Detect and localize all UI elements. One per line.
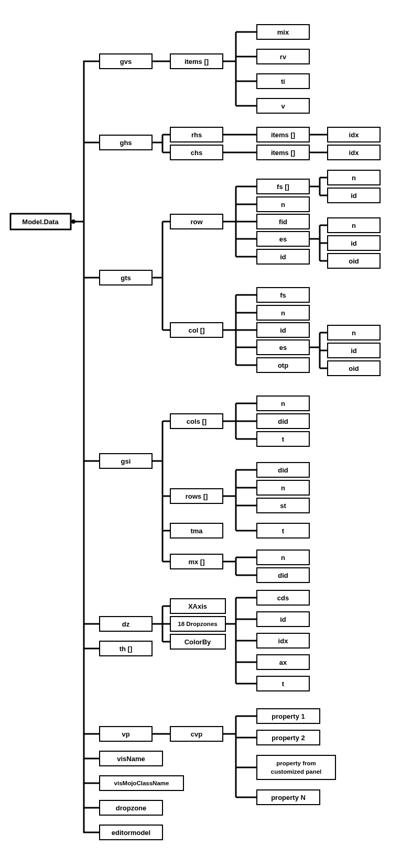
node-ax-label: ax xyxy=(279,658,287,666)
node-cds-label: cds xyxy=(277,594,289,602)
node-col-es-oid-label: oid xyxy=(349,365,359,372)
node-row-id-label: id xyxy=(280,253,286,261)
node-col-es-id-label: id xyxy=(351,347,357,355)
node-gvs-label: gvs xyxy=(120,58,132,65)
node-dropzone-label: dropzone xyxy=(116,804,147,812)
node-v-label: v xyxy=(281,102,285,110)
node-col-n-label: n xyxy=(281,309,285,317)
node-editormodel-label: editormodel xyxy=(112,829,150,837)
node-mx-n-label: n xyxy=(281,554,285,562)
node-col-fs-label: fs xyxy=(280,291,286,299)
node-mix-label: mix xyxy=(277,28,289,36)
node-mx-label: mx [] xyxy=(188,558,204,566)
node-dz-idx-label: idx xyxy=(278,637,289,645)
diagram-canvas: Model.Data gvs items [] mix rv ti v ghs … xyxy=(5,5,412,868)
node-row-fs-label: fs [] xyxy=(277,183,289,191)
node-col-es-n-label: n xyxy=(352,329,356,337)
node-cols-did-label: did xyxy=(278,417,288,425)
node-cols-t-label: t xyxy=(282,435,285,443)
node-xaxis-label: XAxis xyxy=(188,602,207,610)
node-rows-t-label: t xyxy=(282,527,285,535)
node-dz-t-label: t xyxy=(282,680,285,688)
node-rhs-items-label: items [] xyxy=(271,131,295,139)
node-row-fs-n-label: n xyxy=(352,174,356,182)
node-prop2-label: property 2 xyxy=(272,734,305,742)
node-rows-n-label: n xyxy=(281,484,285,492)
node-rows-st-label: st xyxy=(280,502,286,510)
node-prop1-label: property 1 xyxy=(272,712,305,720)
node-dz-id-label: id xyxy=(280,616,286,623)
node-tma-label: tma xyxy=(190,527,203,535)
node-row-es-n-label: n xyxy=(352,222,356,229)
node-gvs-items-label: items [] xyxy=(185,58,209,65)
node-ti-label: ti xyxy=(281,78,285,85)
node-18dz-label: 18 Dropzones xyxy=(178,621,217,627)
node-row-es-label: es xyxy=(279,235,287,243)
node-col-es-label: es xyxy=(279,344,287,351)
nodes: Model.Data gvs items [] mix rv ti v ghs … xyxy=(10,25,380,840)
node-gsi-label: gsi xyxy=(121,457,131,465)
node-prop-custom xyxy=(257,755,335,779)
node-cvp-label: cvp xyxy=(191,730,202,738)
node-rhs-label: rhs xyxy=(191,131,202,139)
node-chs-label: chs xyxy=(191,149,202,157)
node-row-label: row xyxy=(190,218,203,226)
node-chs-items-label: items [] xyxy=(271,149,295,157)
node-vismojo-label: visMojoClassName xyxy=(114,780,169,786)
node-gts-label: gts xyxy=(121,274,131,282)
node-rows-did-label: did xyxy=(278,466,288,474)
node-root-label: Model.Data xyxy=(22,218,59,226)
node-row-es-id-label: id xyxy=(351,239,357,247)
node-row-es-oid-label: oid xyxy=(349,257,359,265)
node-prop-custom-label-2: customized panel xyxy=(271,768,322,775)
node-rows-label: rows [] xyxy=(186,492,208,500)
node-col-label: col [] xyxy=(188,326,204,334)
node-dz-label: dz xyxy=(122,620,130,628)
node-chs-idx-label: idx xyxy=(349,149,360,157)
node-vp-label: vp xyxy=(122,730,129,738)
node-rhs-idx-label: idx xyxy=(349,131,360,139)
node-visname-label: visName xyxy=(117,755,145,763)
node-col-id-label: id xyxy=(280,326,286,334)
node-row-n-label: n xyxy=(281,201,285,208)
node-cols-label: cols [] xyxy=(187,417,207,425)
node-mx-did-label: did xyxy=(278,572,288,579)
node-col-otp-label: otp xyxy=(278,361,288,369)
node-row-fs-id-label: id xyxy=(351,192,357,200)
node-prop-custom-label-1: property from xyxy=(276,760,316,766)
node-colorby-label: ColorBy xyxy=(185,638,211,646)
node-th-label: th [] xyxy=(120,645,133,653)
node-row-fid-label: fid xyxy=(279,218,287,226)
node-cols-n-label: n xyxy=(281,400,285,408)
node-ghs-label: ghs xyxy=(120,139,132,147)
node-rv-label: rv xyxy=(280,53,287,61)
node-propn-label: property N xyxy=(271,794,306,801)
